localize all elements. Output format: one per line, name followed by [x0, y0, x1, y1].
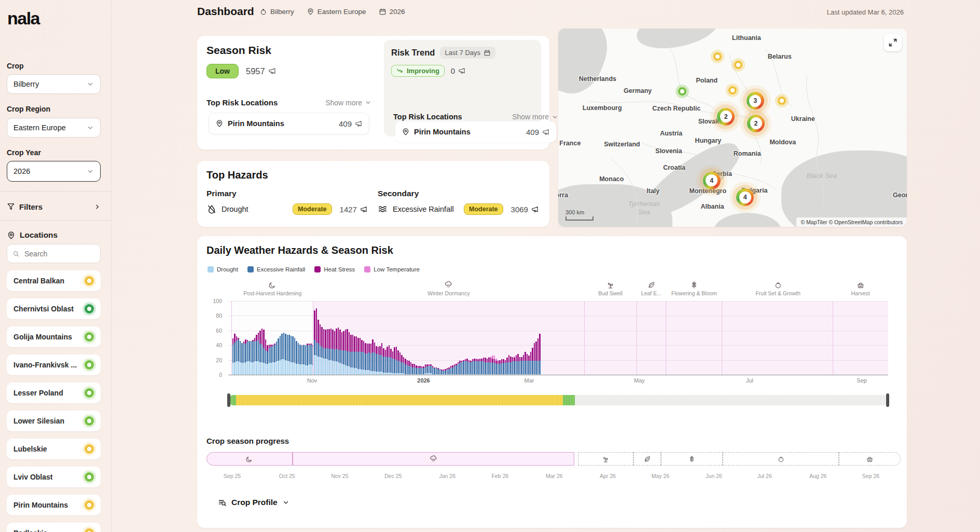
- map-cluster-marker[interactable]: 4: [703, 172, 721, 189]
- daily-bar: [448, 301, 450, 375]
- location-item[interactable]: Podlaskie: [7, 523, 101, 532]
- timeline-month-label: Oct 25: [279, 473, 295, 479]
- legend-swatch: [314, 266, 321, 272]
- daily-bar: [399, 301, 401, 375]
- top-risk-location-row[interactable]: Pirin Mountains 409: [395, 121, 556, 142]
- location-item[interactable]: Golija Mountains: [7, 326, 101, 347]
- daily-bar: [426, 301, 428, 375]
- drought-icon: [206, 204, 217, 214]
- daily-bar: [483, 301, 485, 375]
- map-cluster-marker[interactable]: 4: [736, 188, 754, 206]
- show-more-button[interactable]: Show more: [325, 99, 371, 107]
- map-location-marker[interactable]: [734, 61, 742, 69]
- crop-region-select[interactable]: Eastern Europe: [7, 118, 101, 138]
- map-fullscreen-button[interactable]: [884, 34, 902, 51]
- daily-bar: [459, 301, 461, 375]
- daily-bar: [534, 301, 535, 375]
- strip-handle-end[interactable]: [886, 393, 889, 407]
- y-tick-label: 40: [216, 342, 222, 348]
- daily-bar: [488, 301, 490, 375]
- daily-bar: [519, 301, 521, 375]
- x-tick-label: Jul: [746, 377, 753, 384]
- location-item[interactable]: Lesser Poland: [7, 383, 101, 403]
- daily-bar: [514, 301, 515, 375]
- daily-bar: [523, 301, 524, 375]
- map-cluster-marker[interactable]: 2: [747, 115, 765, 132]
- daily-bar: [405, 301, 406, 375]
- daily-bar: [470, 301, 472, 375]
- legend-item[interactable]: Drought: [208, 266, 238, 272]
- location-item[interactable]: Lower Silesian: [7, 411, 101, 431]
- crop-year-select[interactable]: 2026: [7, 161, 101, 182]
- location-item[interactable]: Chernivtsi Oblast: [7, 298, 101, 319]
- show-more-button[interactable]: Show more: [512, 113, 558, 121]
- country-label: France: [559, 140, 581, 147]
- location-item[interactable]: Lubelskie: [7, 439, 101, 459]
- daily-bar: [352, 301, 354, 375]
- season-risk-summary: Low 5957: [206, 64, 277, 78]
- daily-bar: [430, 301, 432, 375]
- daily-bar: [321, 301, 323, 375]
- daily-bar: [521, 301, 522, 375]
- daily-bar: [254, 301, 256, 375]
- daily-bar: [492, 301, 493, 375]
- header-region-label: Eastern Europe: [318, 8, 366, 16]
- y-tick-label: 100: [213, 298, 222, 304]
- chevron-down-icon: [365, 99, 371, 106]
- location-item[interactable]: Ivano-Frankivsk ...: [7, 354, 101, 375]
- growth-phase-label: Bud Swell: [598, 290, 623, 296]
- legend-item[interactable]: Heat Stress: [314, 266, 355, 272]
- daily-bar: [245, 301, 246, 375]
- map-location-marker[interactable]: [678, 87, 686, 96]
- location-item[interactable]: Lviv Oblast: [7, 467, 101, 487]
- daily-bar: [323, 301, 325, 375]
- map-scale: 300 km: [565, 209, 593, 221]
- status-ring-icon: [85, 472, 94, 482]
- daily-bar: [512, 301, 514, 375]
- locations-header: Locations: [7, 230, 58, 240]
- daily-bar: [537, 301, 539, 375]
- period-badge[interactable]: Last 7 Days: [440, 47, 495, 59]
- daily-bar: [481, 301, 482, 375]
- megaphone-icon: [458, 67, 466, 75]
- location-item[interactable]: Pirin Mountains: [7, 495, 101, 515]
- filters-button[interactable]: Filters: [7, 199, 101, 214]
- map-location-marker[interactable]: [728, 86, 737, 94]
- top-risk-location-row[interactable]: Pirin Mountains 409: [209, 113, 369, 134]
- search-input[interactable]: [23, 249, 95, 258]
- x-axis-labels: Nov2026MarMayJulSep: [228, 377, 888, 386]
- location-item[interactable]: Central Balkan: [7, 270, 101, 291]
- legend-item[interactable]: Excessive Rainfall: [247, 266, 305, 272]
- map-canvas[interactable]: LithuaniaBelarusNetherlandsPolandGermany…: [558, 29, 907, 227]
- legend-item[interactable]: Low Temperature: [364, 266, 420, 272]
- strip-handle-start[interactable]: [227, 393, 230, 407]
- daily-bar: [316, 301, 318, 375]
- severity-badge: Moderate: [464, 203, 503, 215]
- phase-boundary-line: [722, 301, 722, 375]
- crop-profile-button[interactable]: Crop Profile: [218, 498, 289, 507]
- daily-bar: [494, 301, 495, 375]
- pin-icon: [215, 119, 224, 128]
- daily-bar: [466, 301, 468, 375]
- status-ring-icon: [85, 444, 94, 454]
- trend-summary: Improving 0: [391, 65, 534, 77]
- map-location-marker[interactable]: [713, 52, 722, 61]
- pin-icon: [402, 128, 410, 136]
- country-label: Croatia: [663, 164, 685, 171]
- legend-label: Drought: [217, 266, 238, 272]
- crop-select[interactable]: Bilberry: [7, 74, 101, 94]
- daily-bar: [272, 301, 274, 375]
- map-cluster-marker[interactable]: 3: [747, 92, 764, 110]
- country-label: Lithuania: [732, 34, 761, 42]
- daily-bar: [234, 301, 236, 375]
- locations-search[interactable]: [7, 244, 101, 263]
- map-cluster-marker[interactable]: 2: [717, 108, 735, 126]
- basket-icon: [857, 281, 865, 289]
- daily-bar: [357, 301, 359, 375]
- daily-bar: [437, 301, 439, 375]
- daily-bar: [363, 301, 365, 375]
- daily-bar: [378, 301, 379, 375]
- risk-timeline-strip[interactable]: [228, 395, 888, 405]
- daily-bar: [407, 301, 408, 375]
- map-location-marker[interactable]: [778, 97, 786, 105]
